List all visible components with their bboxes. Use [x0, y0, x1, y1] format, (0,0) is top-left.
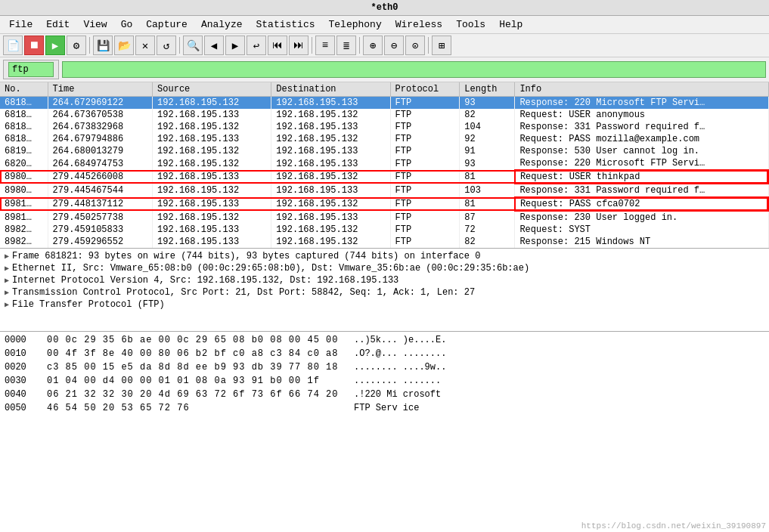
table-row[interactable]: 6818…264.679794886192.168.195.133192.168…	[0, 133, 768, 145]
table-row[interactable]: 8980…279.445467544192.168.195.132192.168…	[0, 184, 768, 197]
tree-arrow: ▶	[5, 300, 9, 309]
table-row[interactable]: 8982…279.459105833192.168.195.133192.168…	[0, 224, 768, 236]
col-source[interactable]: Source	[153, 82, 271, 97]
toolbar-separator	[312, 37, 312, 54]
cell-0: 8981…	[0, 197, 48, 211]
col-info[interactable]: Info	[515, 82, 768, 97]
zoom-in-button[interactable]: ⊕	[363, 36, 383, 55]
cell-3: 192.168.195.132	[271, 133, 390, 145]
col-time[interactable]: Time	[48, 82, 153, 97]
cell-3: 192.168.195.133	[271, 211, 390, 224]
cell-4: FTP	[390, 97, 460, 110]
table-row[interactable]: 6818…264.673670538192.168.195.133192.168…	[0, 109, 768, 121]
cell-4: FTP	[390, 236, 460, 248]
new-capture-button[interactable]: 📄	[3, 36, 23, 55]
stop-button[interactable]: ⏹	[24, 36, 44, 55]
menu-item-view[interactable]: View	[77, 17, 113, 32]
open-button[interactable]: 📂	[114, 36, 134, 55]
cell-1: 279.450257738	[48, 211, 153, 224]
first-button[interactable]: ⏮	[268, 36, 287, 55]
cell-3: 192.168.195.133	[271, 184, 390, 197]
table-row[interactable]: 6820…264.684974753192.168.195.132192.168…	[0, 157, 768, 170]
cell-5: 87	[460, 211, 515, 224]
cell-1: 279.459296552	[48, 236, 153, 248]
cell-3: 192.168.195.132	[271, 236, 390, 248]
table-row[interactable]: 6818…264.673832968192.168.195.132192.168…	[0, 121, 768, 133]
menu-item-edit[interactable]: Edit	[40, 17, 76, 32]
hex-offset: 0050	[5, 401, 35, 415]
details-button[interactable]: ≣	[336, 36, 356, 55]
start-button[interactable]: ▶	[45, 36, 65, 55]
cell-2: 192.168.195.132	[153, 184, 271, 197]
cell-6: Response: 530 User cannot log in.	[515, 145, 768, 157]
hex-row: 005046 54 50 20 53 65 72 76 FTP Serv ice	[5, 401, 764, 415]
table-row[interactable]: 6818…264.672969122192.168.195.132192.168…	[0, 97, 768, 110]
zoom-reset-button[interactable]: ⊙	[405, 36, 425, 55]
menu-item-go[interactable]: Go	[115, 17, 139, 32]
cell-2: 192.168.195.133	[153, 236, 271, 248]
hex-offset: 0000	[5, 333, 35, 347]
cell-2: 192.168.195.133	[153, 170, 271, 184]
cell-3: 192.168.195.132	[271, 170, 390, 184]
cell-5: 93	[460, 97, 515, 110]
tree-item-text: Transmission Control Protocol, Src Port:…	[12, 287, 475, 298]
zoom-out-button[interactable]: ⊖	[384, 36, 404, 55]
hex-ascii: ........ .......	[354, 374, 441, 388]
cell-4: FTP	[390, 121, 460, 133]
menu-item-file[interactable]: File	[3, 17, 39, 32]
tree-item[interactable]: ▶Transmission Control Protocol, Src Port…	[0, 286, 769, 298]
cell-0: 6820…	[0, 157, 48, 170]
menu-item-analyze[interactable]: Analyze	[195, 17, 249, 32]
options-button[interactable]: ⚙	[67, 36, 86, 55]
hex-row: 004006 21 32 32 30 20 4d 69 63 72 6f 73 …	[5, 388, 764, 401]
last-button[interactable]: ⏭	[289, 36, 309, 55]
cell-4: FTP	[390, 157, 460, 170]
table-row[interactable]: 8981…279.448137112192.168.195.133192.168…	[0, 197, 768, 211]
filter-rest[interactable]	[62, 61, 766, 78]
col-no[interactable]: No.	[0, 82, 48, 97]
tree-item[interactable]: ▶File Transfer Protocol (FTP)	[0, 298, 769, 311]
cell-5: 93	[460, 157, 515, 170]
search-button[interactable]: 🔍	[183, 36, 203, 55]
col-length[interactable]: Length	[460, 82, 515, 97]
menu-item-wireless[interactable]: Wireless	[389, 17, 448, 32]
cell-5: 81	[460, 170, 515, 184]
cell-2: 192.168.195.133	[153, 224, 271, 236]
menu-item-statistics[interactable]: Statistics	[250, 17, 321, 32]
jump-button[interactable]: ↩	[247, 36, 266, 55]
filter-input[interactable]	[8, 62, 54, 77]
save-button[interactable]: 💾	[93, 36, 113, 55]
tree-item[interactable]: ▶Internet Protocol Version 4, Src: 192.1…	[0, 274, 769, 286]
expand-button[interactable]: ⊞	[432, 36, 451, 55]
reload-button[interactable]: ↺	[157, 36, 176, 55]
table-row[interactable]: 8980…279.445266008192.168.195.133192.168…	[0, 170, 768, 184]
table-row[interactable]: 8982…279.459296552192.168.195.133192.168…	[0, 236, 768, 248]
cell-6: Response: 220 Microsoft FTP Servi…	[515, 157, 768, 170]
cell-6: Request: USER thinkpad	[515, 170, 768, 184]
table-row[interactable]: 6819…264.680013279192.168.195.132192.168…	[0, 145, 768, 157]
table-row[interactable]: 8981…279.450257738192.168.195.132192.168…	[0, 211, 768, 224]
cell-0: 6818…	[0, 97, 48, 110]
menu-item-telephony[interactable]: Telephony	[323, 17, 388, 32]
cell-1: 279.448137112	[48, 197, 153, 211]
cell-0: 6818…	[0, 109, 48, 121]
close-button[interactable]: ✕	[135, 36, 155, 55]
filter-label-box	[3, 60, 59, 79]
col-destination[interactable]: Destination	[271, 82, 390, 97]
list-button[interactable]: ≡	[315, 36, 335, 55]
cell-4: FTP	[390, 145, 460, 157]
cell-1: 264.672969122	[48, 97, 153, 110]
menu-item-capture[interactable]: Capture	[140, 17, 194, 32]
cell-6: Response: 331 Password required f…	[515, 121, 768, 133]
tree-item[interactable]: ▶Frame 681821: 93 bytes on wire (744 bit…	[0, 250, 769, 262]
menu-item-tools[interactable]: Tools	[450, 17, 491, 32]
forward-button[interactable]: ▶	[225, 36, 245, 55]
back-button[interactable]: ◀	[204, 36, 224, 55]
menu-item-help[interactable]: Help	[493, 17, 529, 32]
hex-ascii: .!220 Mi crosoft	[354, 388, 441, 401]
cell-2: 192.168.195.133	[153, 109, 271, 121]
cell-6: Response: 331 Password required f…	[515, 184, 768, 197]
tree-item[interactable]: ▶Ethernet II, Src: Vmware_65:08:b0 (00:0…	[0, 262, 769, 274]
cell-6: Response: 220 Microsoft FTP Servi…	[515, 97, 768, 110]
col-protocol[interactable]: Protocol	[390, 82, 460, 97]
